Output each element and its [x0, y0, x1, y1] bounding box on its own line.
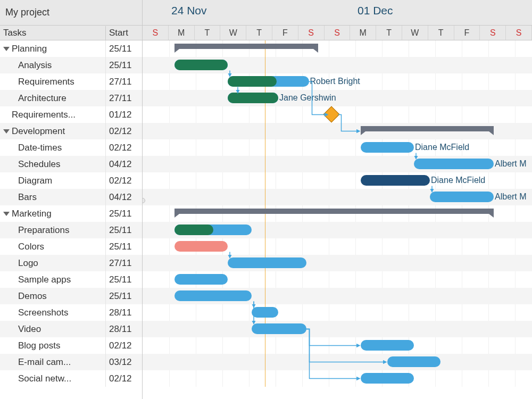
summary-bar[interactable] [174, 209, 494, 214]
task-start-cell[interactable]: 25/11 [106, 291, 142, 302]
task-name-cell[interactable]: Video [0, 321, 106, 337]
summary-bar[interactable] [174, 44, 318, 49]
task-start-cell[interactable]: 25/11 [106, 44, 142, 54]
task-row[interactable]: Analysis25/11 [0, 57, 142, 73]
milestone-icon[interactable] [323, 106, 339, 122]
expand-toggle-icon[interactable] [3, 212, 10, 216]
task-name-cell[interactable]: Blog posts [0, 337, 106, 354]
task-row[interactable]: Diagram02/12 [0, 172, 142, 189]
task-start-cell[interactable]: 02/12 [106, 143, 142, 153]
task-name-cell[interactable]: Requirements... [0, 106, 106, 123]
task-row[interactable]: Screenshots28/11 [0, 304, 142, 321]
task-start-cell[interactable]: 25/11 [106, 60, 142, 71]
task-start-cell[interactable]: 02/12 [106, 340, 142, 351]
chart-row [143, 222, 532, 238]
task-start-cell[interactable]: 28/11 [106, 307, 142, 318]
chart-row [143, 40, 532, 57]
task-start-cell[interactable]: 04/12 [106, 192, 142, 203]
task-row[interactable]: Social netw...02/12 [0, 370, 142, 387]
expand-toggle-icon[interactable] [3, 47, 10, 51]
task-bar[interactable] [252, 307, 278, 318]
task-row[interactable]: Blog posts02/12 [0, 337, 142, 354]
task-bar[interactable] [174, 225, 252, 235]
task-name-cell[interactable]: Colors [0, 238, 106, 255]
summary-bar[interactable] [361, 126, 494, 131]
task-name-cell[interactable]: Requirements [0, 73, 106, 90]
task-start-cell[interactable]: 27/11 [106, 258, 142, 269]
task-row[interactable]: Development02/12 [0, 123, 142, 139]
task-name-cell[interactable]: Architecture [0, 90, 106, 106]
chart-row: Robert Bright [143, 73, 532, 90]
task-start-cell[interactable]: 01/12 [106, 110, 142, 120]
task-row[interactable]: Architecture27/11 [0, 90, 142, 106]
task-bar[interactable] [228, 257, 306, 268]
task-row[interactable]: Date-times02/12 [0, 139, 142, 156]
date-header: 24 Nov01 Dec0 [143, 0, 532, 26]
task-start-cell[interactable]: 25/11 [106, 275, 142, 285]
task-bar[interactable] [361, 373, 414, 384]
day-header-cell: T [428, 26, 454, 40]
task-start-cell[interactable]: 25/11 [106, 209, 142, 219]
task-name-cell[interactable]: Planning [0, 40, 106, 57]
task-name-cell[interactable]: Demos [0, 288, 106, 304]
task-row[interactable]: Planning25/11 [0, 40, 142, 57]
task-row[interactable]: Preparations25/11 [0, 222, 142, 238]
task-bar[interactable] [174, 274, 228, 285]
task-bar[interactable] [174, 290, 252, 301]
task-bar[interactable] [228, 93, 278, 103]
task-row[interactable]: Sample apps25/11 [0, 271, 142, 288]
task-start-cell[interactable]: 25/11 [106, 242, 142, 252]
task-start-cell[interactable]: 04/12 [106, 159, 142, 170]
task-bar[interactable] [174, 60, 228, 70]
task-name-cell[interactable]: Sample apps [0, 271, 106, 288]
chart-area[interactable]: Robert BrightJane GershwinDiane McFieldA… [143, 40, 532, 387]
task-start-cell[interactable]: 28/11 [106, 324, 142, 335]
task-name-cell[interactable]: Schedules [0, 156, 106, 172]
task-start-cell[interactable]: 03/12 [106, 357, 142, 368]
task-row[interactable]: Marketing25/11 [0, 205, 142, 222]
task-bar[interactable] [414, 159, 494, 169]
task-name-cell[interactable]: Marketing [0, 205, 106, 222]
assignee-label: Diane McField [431, 176, 485, 185]
task-start-cell[interactable]: 27/11 [106, 93, 142, 104]
task-name-cell[interactable]: Bars [0, 189, 106, 205]
task-bar[interactable] [252, 323, 306, 334]
task-name-cell[interactable]: Development [0, 123, 106, 139]
task-name-label: Video [18, 324, 41, 335]
task-bar[interactable] [361, 142, 414, 153]
task-bar[interactable] [387, 356, 440, 367]
task-name-cell[interactable]: Date-times [0, 139, 106, 156]
task-name-cell[interactable]: Analysis [0, 57, 106, 73]
chart-row [143, 321, 532, 337]
task-row[interactable]: Video28/11 [0, 321, 142, 337]
task-bar[interactable] [361, 175, 430, 186]
task-row[interactable]: E-mail cam...03/12 [0, 354, 142, 370]
col-header-tasks[interactable]: Tasks [0, 26, 106, 40]
task-bar[interactable] [361, 340, 414, 351]
task-bar[interactable] [228, 76, 309, 87]
task-bar[interactable] [174, 241, 228, 252]
task-row[interactable]: Requirements27/11 [0, 73, 142, 90]
task-start-cell[interactable]: 02/12 [106, 126, 142, 137]
task-row[interactable]: Bars04/12 [0, 189, 142, 205]
task-row[interactable]: Demos25/11 [0, 288, 142, 304]
task-rows: Planning25/11Analysis25/11Requirements27… [0, 40, 142, 399]
task-name-cell[interactable]: E-mail cam... [0, 354, 106, 370]
task-start-cell[interactable]: 02/12 [106, 373, 142, 384]
task-row[interactable]: Schedules04/12 [0, 156, 142, 172]
task-row[interactable]: Logo27/11 [0, 255, 142, 271]
task-name-cell[interactable]: Logo [0, 255, 106, 271]
columns-header: Tasks Start [0, 26, 142, 40]
col-header-start[interactable]: Start [106, 26, 142, 40]
task-start-cell[interactable]: 25/11 [106, 225, 142, 236]
task-name-cell[interactable]: Preparations [0, 222, 106, 238]
task-row[interactable]: Colors25/11 [0, 238, 142, 255]
task-name-cell[interactable]: Diagram [0, 172, 106, 189]
task-name-cell[interactable]: Social netw... [0, 370, 106, 387]
task-start-cell[interactable]: 02/12 [106, 176, 142, 186]
task-name-cell[interactable]: Screenshots [0, 304, 106, 321]
task-row[interactable]: Requirements...01/12 [0, 106, 142, 123]
expand-toggle-icon[interactable] [3, 129, 10, 134]
task-start-cell[interactable]: 27/11 [106, 77, 142, 87]
task-bar[interactable] [430, 192, 494, 202]
